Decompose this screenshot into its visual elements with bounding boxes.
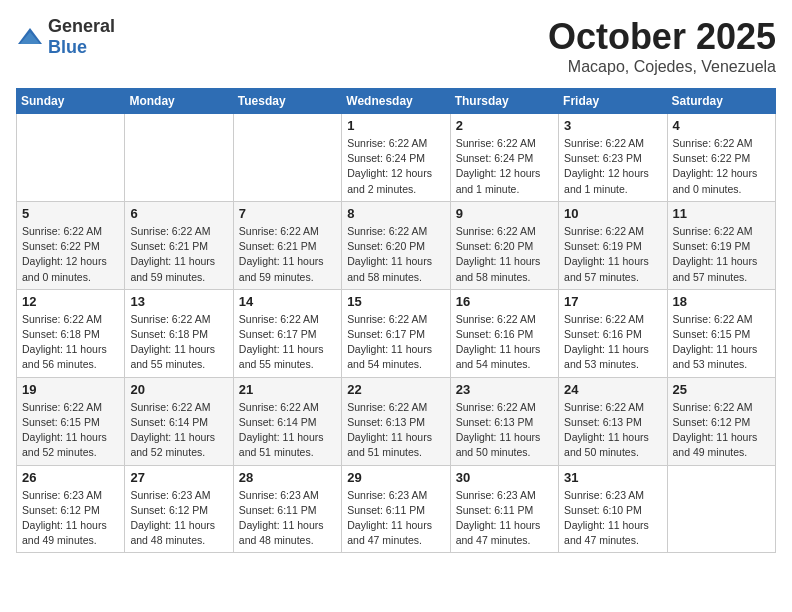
calendar-cell (125, 114, 233, 202)
day-number: 27 (130, 470, 227, 485)
day-info: Sunrise: 6:22 AM Sunset: 6:23 PM Dayligh… (564, 136, 661, 197)
calendar-body: 1Sunrise: 6:22 AM Sunset: 6:24 PM Daylig… (17, 114, 776, 553)
day-number: 3 (564, 118, 661, 133)
calendar-cell: 9Sunrise: 6:22 AM Sunset: 6:20 PM Daylig… (450, 201, 558, 289)
day-info: Sunrise: 6:23 AM Sunset: 6:11 PM Dayligh… (456, 488, 553, 549)
day-info: Sunrise: 6:23 AM Sunset: 6:10 PM Dayligh… (564, 488, 661, 549)
calendar-cell (17, 114, 125, 202)
calendar-cell: 24Sunrise: 6:22 AM Sunset: 6:13 PM Dayli… (559, 377, 667, 465)
weekday-header-monday: Monday (125, 89, 233, 114)
day-number: 23 (456, 382, 553, 397)
page-header: General Blue October 2025 Macapo, Cojede… (16, 16, 776, 76)
day-number: 2 (456, 118, 553, 133)
calendar-cell: 18Sunrise: 6:22 AM Sunset: 6:15 PM Dayli… (667, 289, 775, 377)
title-block: October 2025 Macapo, Cojedes, Venezuela (548, 16, 776, 76)
day-info: Sunrise: 6:22 AM Sunset: 6:19 PM Dayligh… (673, 224, 770, 285)
day-info: Sunrise: 6:23 AM Sunset: 6:12 PM Dayligh… (22, 488, 119, 549)
day-number: 31 (564, 470, 661, 485)
logo: General Blue (16, 16, 115, 58)
day-number: 16 (456, 294, 553, 309)
day-info: Sunrise: 6:22 AM Sunset: 6:17 PM Dayligh… (239, 312, 336, 373)
day-info: Sunrise: 6:22 AM Sunset: 6:24 PM Dayligh… (347, 136, 444, 197)
calendar-cell: 21Sunrise: 6:22 AM Sunset: 6:14 PM Dayli… (233, 377, 341, 465)
calendar-cell: 2Sunrise: 6:22 AM Sunset: 6:24 PM Daylig… (450, 114, 558, 202)
day-info: Sunrise: 6:22 AM Sunset: 6:22 PM Dayligh… (22, 224, 119, 285)
day-number: 24 (564, 382, 661, 397)
day-number: 21 (239, 382, 336, 397)
day-info: Sunrise: 6:22 AM Sunset: 6:15 PM Dayligh… (22, 400, 119, 461)
calendar-cell: 7Sunrise: 6:22 AM Sunset: 6:21 PM Daylig… (233, 201, 341, 289)
day-number: 25 (673, 382, 770, 397)
calendar-header: SundayMondayTuesdayWednesdayThursdayFrid… (17, 89, 776, 114)
day-info: Sunrise: 6:22 AM Sunset: 6:19 PM Dayligh… (564, 224, 661, 285)
day-info: Sunrise: 6:22 AM Sunset: 6:12 PM Dayligh… (673, 400, 770, 461)
calendar-cell (667, 465, 775, 553)
calendar-cell: 4Sunrise: 6:22 AM Sunset: 6:22 PM Daylig… (667, 114, 775, 202)
day-info: Sunrise: 6:22 AM Sunset: 6:15 PM Dayligh… (673, 312, 770, 373)
calendar-table: SundayMondayTuesdayWednesdayThursdayFrid… (16, 88, 776, 553)
weekday-header-friday: Friday (559, 89, 667, 114)
location-subtitle: Macapo, Cojedes, Venezuela (548, 58, 776, 76)
weekday-header-thursday: Thursday (450, 89, 558, 114)
calendar-cell (233, 114, 341, 202)
calendar-cell: 15Sunrise: 6:22 AM Sunset: 6:17 PM Dayli… (342, 289, 450, 377)
day-number: 28 (239, 470, 336, 485)
day-number: 17 (564, 294, 661, 309)
day-info: Sunrise: 6:22 AM Sunset: 6:22 PM Dayligh… (673, 136, 770, 197)
day-info: Sunrise: 6:23 AM Sunset: 6:11 PM Dayligh… (239, 488, 336, 549)
calendar-cell: 5Sunrise: 6:22 AM Sunset: 6:22 PM Daylig… (17, 201, 125, 289)
day-info: Sunrise: 6:22 AM Sunset: 6:16 PM Dayligh… (456, 312, 553, 373)
day-number: 1 (347, 118, 444, 133)
day-info: Sunrise: 6:22 AM Sunset: 6:21 PM Dayligh… (130, 224, 227, 285)
calendar-cell: 29Sunrise: 6:23 AM Sunset: 6:11 PM Dayli… (342, 465, 450, 553)
day-number: 6 (130, 206, 227, 221)
weekday-header-tuesday: Tuesday (233, 89, 341, 114)
weekday-header-wednesday: Wednesday (342, 89, 450, 114)
day-number: 12 (22, 294, 119, 309)
logo-blue: Blue (48, 37, 87, 57)
day-info: Sunrise: 6:23 AM Sunset: 6:12 PM Dayligh… (130, 488, 227, 549)
calendar-cell: 6Sunrise: 6:22 AM Sunset: 6:21 PM Daylig… (125, 201, 233, 289)
calendar-cell: 30Sunrise: 6:23 AM Sunset: 6:11 PM Dayli… (450, 465, 558, 553)
weekday-row: SundayMondayTuesdayWednesdayThursdayFrid… (17, 89, 776, 114)
day-info: Sunrise: 6:22 AM Sunset: 6:16 PM Dayligh… (564, 312, 661, 373)
calendar-cell: 31Sunrise: 6:23 AM Sunset: 6:10 PM Dayli… (559, 465, 667, 553)
calendar-cell: 17Sunrise: 6:22 AM Sunset: 6:16 PM Dayli… (559, 289, 667, 377)
calendar-cell: 25Sunrise: 6:22 AM Sunset: 6:12 PM Dayli… (667, 377, 775, 465)
day-info: Sunrise: 6:23 AM Sunset: 6:11 PM Dayligh… (347, 488, 444, 549)
calendar-cell: 27Sunrise: 6:23 AM Sunset: 6:12 PM Dayli… (125, 465, 233, 553)
weekday-header-saturday: Saturday (667, 89, 775, 114)
day-number: 26 (22, 470, 119, 485)
logo-icon (16, 26, 44, 48)
day-info: Sunrise: 6:22 AM Sunset: 6:20 PM Dayligh… (456, 224, 553, 285)
day-number: 10 (564, 206, 661, 221)
calendar-cell: 14Sunrise: 6:22 AM Sunset: 6:17 PM Dayli… (233, 289, 341, 377)
calendar-cell: 3Sunrise: 6:22 AM Sunset: 6:23 PM Daylig… (559, 114, 667, 202)
day-number: 20 (130, 382, 227, 397)
day-number: 13 (130, 294, 227, 309)
calendar-cell: 22Sunrise: 6:22 AM Sunset: 6:13 PM Dayli… (342, 377, 450, 465)
day-number: 14 (239, 294, 336, 309)
day-info: Sunrise: 6:22 AM Sunset: 6:17 PM Dayligh… (347, 312, 444, 373)
calendar-cell: 1Sunrise: 6:22 AM Sunset: 6:24 PM Daylig… (342, 114, 450, 202)
day-info: Sunrise: 6:22 AM Sunset: 6:24 PM Dayligh… (456, 136, 553, 197)
calendar-cell: 10Sunrise: 6:22 AM Sunset: 6:19 PM Dayli… (559, 201, 667, 289)
day-info: Sunrise: 6:22 AM Sunset: 6:18 PM Dayligh… (130, 312, 227, 373)
calendar-cell: 8Sunrise: 6:22 AM Sunset: 6:20 PM Daylig… (342, 201, 450, 289)
logo-general: General (48, 16, 115, 36)
weekday-header-sunday: Sunday (17, 89, 125, 114)
day-number: 5 (22, 206, 119, 221)
day-info: Sunrise: 6:22 AM Sunset: 6:14 PM Dayligh… (130, 400, 227, 461)
day-number: 15 (347, 294, 444, 309)
day-number: 8 (347, 206, 444, 221)
calendar-cell: 12Sunrise: 6:22 AM Sunset: 6:18 PM Dayli… (17, 289, 125, 377)
day-info: Sunrise: 6:22 AM Sunset: 6:20 PM Dayligh… (347, 224, 444, 285)
day-number: 4 (673, 118, 770, 133)
day-info: Sunrise: 6:22 AM Sunset: 6:21 PM Dayligh… (239, 224, 336, 285)
month-title: October 2025 (548, 16, 776, 58)
day-number: 18 (673, 294, 770, 309)
calendar-cell: 11Sunrise: 6:22 AM Sunset: 6:19 PM Dayli… (667, 201, 775, 289)
calendar-cell: 26Sunrise: 6:23 AM Sunset: 6:12 PM Dayli… (17, 465, 125, 553)
day-number: 29 (347, 470, 444, 485)
week-row-2: 12Sunrise: 6:22 AM Sunset: 6:18 PM Dayli… (17, 289, 776, 377)
